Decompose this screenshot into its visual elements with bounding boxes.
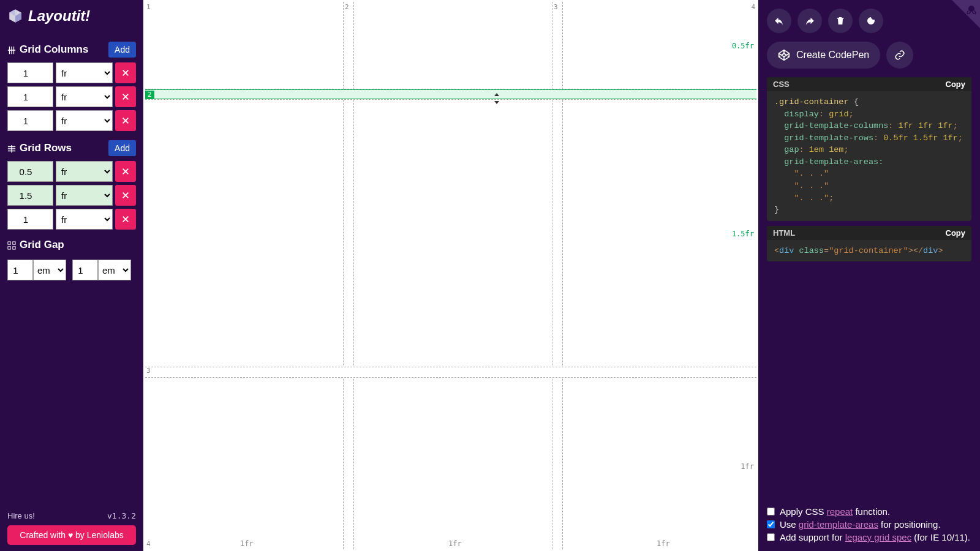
col-fr-1: 1fr xyxy=(240,539,254,548)
delete-col-2[interactable] xyxy=(115,86,136,107)
columns-header: Grid Columns Add xyxy=(7,42,136,58)
gap-row-unit[interactable]: em xyxy=(33,260,66,280)
col-fr-2: 1fr xyxy=(448,539,462,548)
app-title: Layoutit! xyxy=(28,7,90,24)
css-title: CSS xyxy=(773,80,790,89)
svg-rect-3 xyxy=(13,247,15,249)
col-unit-1[interactable]: fr xyxy=(56,62,113,83)
undo-button[interactable] xyxy=(767,9,791,33)
row-value-3[interactable] xyxy=(7,209,53,230)
column-track-1: fr xyxy=(7,62,136,83)
sidebar-left: Layoutit! Grid Columns Add fr fr fr Grid… xyxy=(0,0,143,551)
row-unit-3[interactable]: fr xyxy=(56,209,113,230)
column-track-3: fr xyxy=(7,110,136,131)
html-code[interactable]: <div class="grid-container"></div> xyxy=(767,240,971,262)
html-copy-button[interactable]: Copy xyxy=(946,228,966,238)
css-panel: CSS Copy .grid-container { display: grid… xyxy=(767,77,971,221)
delete-row-3[interactable] xyxy=(115,209,136,230)
row-value-1[interactable] xyxy=(7,161,53,182)
column-track-2: fr xyxy=(7,86,136,107)
permalink-button[interactable] xyxy=(886,42,913,69)
columns-title: Grid Columns xyxy=(20,43,88,56)
codepen-label: Create CodePen xyxy=(796,50,869,61)
delete-row-2[interactable] xyxy=(115,185,136,206)
gap-icon xyxy=(7,241,16,249)
rows-header: Grid Rows Add xyxy=(7,140,136,156)
active-row-line[interactable] xyxy=(145,89,756,99)
col-num-4: 4 xyxy=(751,3,755,11)
row-unit-2[interactable]: fr xyxy=(56,185,113,206)
areas-checkbox[interactable] xyxy=(767,520,775,528)
gap-title: Grid Gap xyxy=(20,239,64,251)
gap-col-unit[interactable]: em xyxy=(98,260,131,280)
row-gap-2[interactable] xyxy=(145,367,756,378)
row-track-2: fr xyxy=(7,185,136,206)
css-copy-button[interactable]: Copy xyxy=(946,80,966,89)
row-num-4: 4 xyxy=(146,540,151,548)
repeat-link[interactable]: repeat xyxy=(827,506,853,517)
areas-link[interactable]: grid-template-areas xyxy=(799,519,878,530)
option-repeat[interactable]: Apply CSS repeat function. xyxy=(767,506,971,517)
logo: Layoutit! xyxy=(7,7,136,24)
row-fr-1: 0.5fr xyxy=(732,42,754,50)
row-value-2[interactable] xyxy=(7,185,53,206)
col-num-1: 1 xyxy=(146,3,151,11)
col-num-3: 3 xyxy=(554,3,558,11)
columns-icon xyxy=(7,45,16,54)
gap-inputs: em em xyxy=(7,260,136,280)
rows-icon xyxy=(7,144,16,152)
create-codepen-button[interactable]: Create CodePen xyxy=(767,42,880,69)
trash-button[interactable] xyxy=(828,9,853,33)
delete-col-3[interactable] xyxy=(115,110,136,131)
row-fr-2: 1.5fr xyxy=(732,230,754,238)
add-column-button[interactable]: Add xyxy=(108,42,136,58)
codepen-icon xyxy=(778,49,790,61)
active-row-num: 2 xyxy=(145,91,154,99)
delete-row-1[interactable] xyxy=(115,161,136,182)
row-fr-3: 1fr xyxy=(741,462,754,471)
col-gap-1[interactable] xyxy=(343,2,354,549)
export-row: Create CodePen xyxy=(767,42,971,69)
delete-col-1[interactable] xyxy=(115,62,136,83)
logo-cube-icon xyxy=(7,8,23,24)
toolbar xyxy=(767,9,971,33)
col-num-2: 2 xyxy=(345,3,349,11)
row-unit-1[interactable]: fr xyxy=(56,161,113,182)
col-unit-2[interactable]: fr xyxy=(56,86,113,107)
gap-header: Grid Gap xyxy=(7,239,136,251)
row-num-3: 3 xyxy=(146,367,151,375)
col-value-2[interactable] xyxy=(7,86,53,107)
svg-rect-0 xyxy=(8,242,10,244)
col-unit-3[interactable]: fr xyxy=(56,110,113,131)
row-resize-handle[interactable] xyxy=(491,92,503,105)
repeat-checkbox[interactable] xyxy=(767,508,775,515)
options: Apply CSS repeat function. Use grid-temp… xyxy=(767,504,971,542)
hire-us-link[interactable]: Hire us! xyxy=(7,511,35,520)
row-track-1: fr xyxy=(7,161,136,182)
svg-rect-2 xyxy=(8,247,10,249)
legacy-checkbox[interactable] xyxy=(767,533,775,541)
svg-rect-1 xyxy=(13,242,15,244)
redo-button[interactable] xyxy=(797,9,822,33)
row-track-3: fr xyxy=(7,209,136,230)
sidebar-right: Create CodePen CSS Copy .grid-container … xyxy=(758,0,980,551)
html-panel: HTML Copy <div class="grid-container"></… xyxy=(767,226,971,262)
col-gap-2[interactable] xyxy=(552,2,563,549)
svg-point-4 xyxy=(968,6,974,12)
col-value-1[interactable] xyxy=(7,62,53,83)
html-title: HTML xyxy=(773,228,795,238)
dark-mode-button[interactable] xyxy=(859,9,883,33)
gap-row-value[interactable] xyxy=(7,260,33,280)
option-legacy[interactable]: Add support for legacy grid spec (for IE… xyxy=(767,532,971,542)
legacy-link[interactable]: legacy grid spec xyxy=(845,532,911,542)
sidebar-footer: Hire us! v1.3.2 Crafted with ♥ by Leniol… xyxy=(7,511,136,545)
crafted-by-button[interactable]: Crafted with ♥ by Leniolabs xyxy=(7,525,136,545)
octopus-icon xyxy=(965,4,978,18)
rows-title: Grid Rows xyxy=(20,142,72,154)
option-areas[interactable]: Use grid-template-areas for positioning. xyxy=(767,519,971,530)
gap-col-value[interactable] xyxy=(72,260,98,280)
add-row-button[interactable]: Add xyxy=(108,140,136,156)
grid-canvas[interactable]: 2 1 2 3 4 3 4 1fr 1fr 1fr 0.5fr 1.5fr 1f… xyxy=(143,0,758,551)
col-value-3[interactable] xyxy=(7,110,53,131)
css-code[interactable]: .grid-container { display: grid; grid-te… xyxy=(767,91,971,221)
